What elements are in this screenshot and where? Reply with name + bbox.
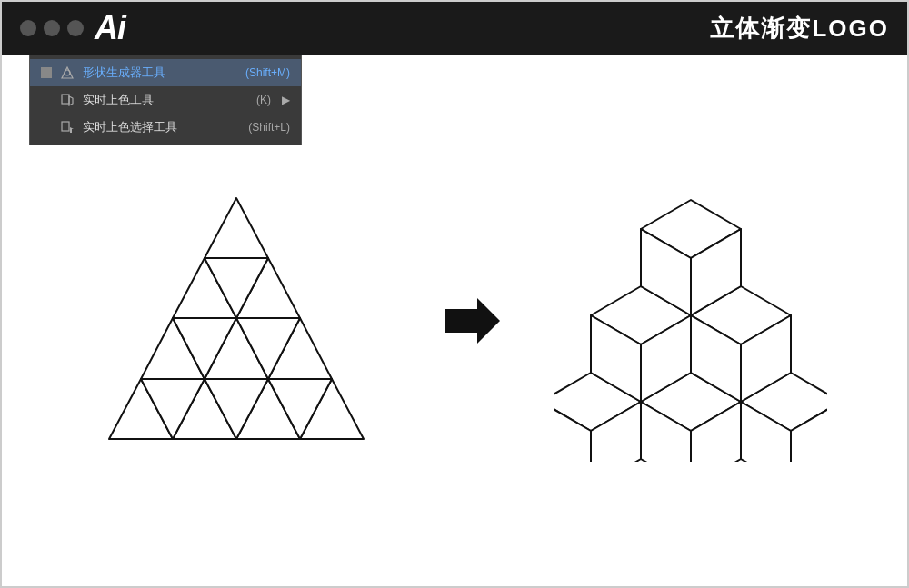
menu-item-shape-builder[interactable]: 形状生成器工具 (Shift+M) — [30, 59, 301, 86]
window-dots — [20, 20, 84, 36]
submenu-arrow: ▶ — [282, 94, 290, 106]
svg-point-1 — [65, 70, 70, 75]
left-shape: .tri { fill: white; stroke: #111; stroke… — [82, 171, 391, 471]
check-indicator — [41, 67, 52, 78]
live-paint-label: 实时上色工具 — [83, 92, 249, 108]
dropdown-menu: 形状生成器工具 (Shift+M) 实时上色工具 (K) ▶ 实时上色选择工具 … — [29, 55, 302, 145]
menu-item-live-paint-select[interactable]: 实时上色选择工具 (Shift+L) — [30, 114, 301, 141]
svg-marker-4 — [205, 198, 268, 258]
arrow-right — [445, 298, 500, 344]
live-paint-select-label: 实时上色选择工具 — [83, 119, 241, 135]
dot-3 — [67, 20, 84, 36]
shape-builder-shortcut: (Shift+M) — [245, 66, 290, 79]
dot-1 — [20, 20, 36, 36]
svg-rect-3 — [62, 122, 69, 131]
titlebar: Ai 立体渐变LOGO — [2, 2, 907, 55]
page-title: 立体渐变LOGO — [710, 13, 889, 45]
live-paint-shortcut: (K) — [256, 94, 271, 106]
svg-rect-2 — [62, 95, 69, 104]
shape-builder-label: 形状生成器工具 — [83, 65, 238, 81]
shape-builder-icon — [59, 65, 75, 81]
titlebar-left: Ai — [20, 9, 125, 47]
right-shape: .rho{fill:white;stroke:#111;stroke-width… — [554, 180, 827, 462]
svg-marker-0 — [62, 67, 73, 78]
live-paint-select-icon — [59, 119, 75, 135]
menu-item-live-paint[interactable]: 实时上色工具 (K) ▶ — [30, 86, 301, 114]
ai-logo: Ai — [95, 9, 125, 47]
live-paint-icon — [59, 92, 75, 108]
dot-2 — [44, 20, 60, 36]
svg-marker-20 — [445, 298, 500, 344]
live-paint-select-shortcut: (Shift+L) — [248, 121, 290, 134]
